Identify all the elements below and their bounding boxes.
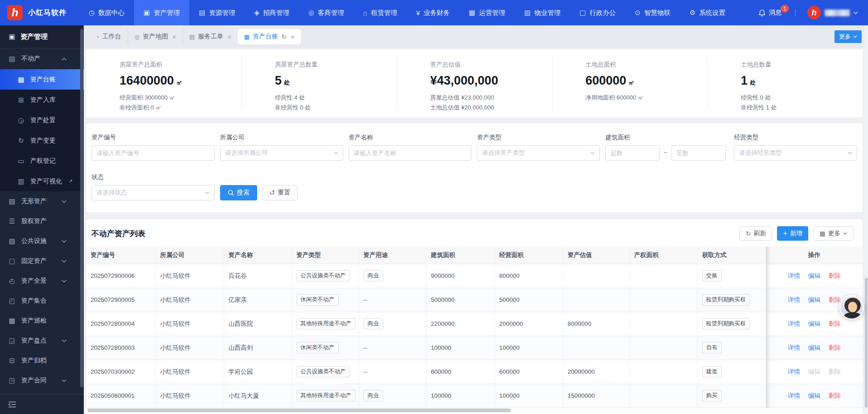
delete-link[interactable]: 删除 — [829, 272, 841, 279]
delete-link[interactable]: 删除 — [829, 344, 841, 351]
stat-label: 土地总面积 — [585, 61, 707, 69]
edit-link[interactable]: 编辑 — [808, 392, 820, 399]
stat-subline: 经营面积 3000000 ㎡ — [120, 93, 241, 103]
tab-close-icon[interactable]: × — [172, 33, 176, 41]
cell-actions: 详情编辑删除 — [766, 384, 863, 408]
stat-sublines: 经营性 0 处 非经营性 1 处 — [741, 93, 863, 113]
top-nav-item[interactable]: ◷ 数据中心 — [79, 0, 134, 25]
top-nav-item[interactable]: ◈ 招商管理 — [245, 0, 299, 25]
asset-type-select[interactable]: 请选择资产类型 — [477, 145, 600, 161]
top-nav-item[interactable]: ▤ 资源管理 — [189, 0, 245, 25]
top-nav-item[interactable]: ⌂ 租赁管理 — [354, 0, 407, 25]
page-tab[interactable]: ▦ 资产台账 ↻ × — [238, 29, 301, 44]
top-nav-item[interactable]: ▣ 资产管理 — [134, 0, 189, 25]
cell-asset-name: 百花谷 — [224, 264, 292, 288]
tab-refresh-icon[interactable]: ↻ — [281, 33, 287, 40]
sidebar-item[interactable]: ☰ 股权资产 — [0, 211, 84, 231]
sidebar-item[interactable]: ▩ 资产巡检 — [0, 311, 84, 331]
col-asset-code: 资产编号 — [86, 247, 155, 264]
cell-acquire: 自有 — [697, 336, 766, 360]
user-menu[interactable]: h — [807, 6, 858, 19]
page-scrollbar-track[interactable] — [864, 25, 868, 414]
tabs-more-button[interactable]: 更多 — [834, 30, 862, 43]
table-row: 2025072800003 小红马软件 山西高剑 休闲类不动产 -- 10000… — [86, 336, 863, 360]
edit-link[interactable]: 编辑 — [808, 320, 820, 327]
sidebar-item[interactable]: ▧ 无形资产 — [0, 191, 84, 211]
edit-link[interactable]: 编辑 — [808, 296, 820, 303]
delete-link[interactable]: 删除 — [829, 368, 841, 375]
usage-empty-text: -- — [364, 296, 368, 303]
detail-link[interactable]: 详情 — [788, 272, 800, 279]
edit-link[interactable]: 编辑 — [808, 272, 820, 279]
chevron-down-icon — [62, 260, 67, 263]
stat-sublines: 经营面积 3000000 ㎡ 非经营面积 0 ㎡ — [120, 93, 241, 113]
build-area-to-input[interactable] — [671, 145, 726, 161]
delete-link[interactable]: 删除 — [829, 392, 841, 399]
tab-close-icon[interactable]: × — [227, 33, 231, 41]
table-more-button[interactable]: ▦ 更多 — [813, 226, 854, 241]
detail-link[interactable]: 详情 — [788, 296, 800, 303]
messages-button[interactable]: 消息 1 — [758, 9, 782, 17]
data-center-icon: ◷ — [89, 9, 95, 17]
asset-code-input[interactable] — [91, 145, 215, 161]
top-nav-item[interactable]: ▦ 运营管理 — [460, 0, 515, 25]
page-tab[interactable]: ▤ 服务工单 × — [182, 29, 238, 44]
brand[interactable]: h 小红马软件 — [0, 0, 79, 25]
edit-link[interactable]: 编辑 — [808, 344, 820, 351]
company-select[interactable]: 请选择所属公司 — [220, 145, 343, 161]
collapse-sidebar-icon[interactable] — [8, 401, 16, 408]
sidebar-item[interactable]: ◳ 资产合同 — [0, 371, 84, 390]
build-area-from-input[interactable] — [605, 145, 660, 161]
sidebar-submenu-item[interactable]: ▭ 产权登记 — [0, 151, 84, 171]
sidebar-item[interactable]: ◲ 资产盘点 — [0, 331, 84, 351]
top-nav-item[interactable]: ⚙ 系统设置 — [680, 0, 735, 25]
sidebar-submenu-item[interactable]: ◶ 资产处置 — [0, 110, 84, 130]
reset-button[interactable]: ↺ 重置 — [263, 185, 297, 200]
detail-link[interactable]: 详情 — [788, 344, 800, 351]
sidebar-group-real-estate[interactable]: ▤ 不动产 — [0, 48, 84, 69]
sidebar-item[interactable]: ▨ 公共设施 — [0, 231, 84, 251]
sidebar-submenu-item[interactable]: ▦ 资产台账 — [0, 69, 84, 90]
page-scrollbar-thumb[interactable] — [865, 278, 868, 408]
top-nav-label: 资源管理 — [209, 9, 235, 17]
refresh-button[interactable]: ↻ 刷新 — [739, 226, 772, 241]
detail-link[interactable]: 详情 — [788, 368, 800, 375]
tab-close-icon[interactable]: × — [291, 33, 295, 41]
top-nav-item[interactable]: ▥ 物业管理 — [515, 0, 570, 25]
top-nav-item[interactable]: ◎ 客商管理 — [299, 0, 354, 25]
horizontal-scrollbar-thumb[interactable] — [87, 409, 511, 412]
field-label: 资产名称 — [349, 133, 472, 142]
detail-link[interactable]: 详情 — [788, 392, 800, 399]
top-nav-item[interactable]: ⊙ 智慧物联 — [625, 0, 680, 25]
sidebar-item[interactable]: ◰ 资产集合 — [0, 291, 84, 311]
sidebar-item[interactable]: ◴ 资产全景 — [0, 271, 84, 291]
field-oper-type: 经营类型 请选择经营类型 — [734, 133, 857, 161]
top-nav-item[interactable]: ¥ 业务财务 — [407, 0, 459, 25]
horizontal-scrollbar[interactable] — [86, 408, 863, 413]
status-select[interactable]: 请选择状态 — [91, 185, 215, 200]
top-nav-label: 招商管理 — [263, 9, 289, 17]
search-button[interactable]: 搜索 — [220, 185, 257, 200]
sidebar-group-label: 不动产 — [21, 55, 40, 63]
sidebar-submenu-item[interactable]: ▥ 资产可视化 ↗ — [0, 171, 84, 191]
cell-acquire: 租赁到期购买权 — [697, 288, 766, 312]
assistant-avatar-widget[interactable] — [839, 295, 864, 319]
sidebar-item[interactable]: ⊟ 资产归档 — [0, 351, 84, 371]
table-title: 不动产资产列表 — [91, 228, 145, 239]
cell-usage: 商业 — [359, 312, 426, 336]
page-tab[interactable]: ◔ 工作台 — [89, 29, 128, 44]
add-button[interactable]: + 新增 — [777, 226, 808, 241]
delete-link[interactable]: 删除 — [829, 320, 841, 327]
top-nav-item[interactable]: ▢ 行政办公 — [570, 0, 625, 25]
page-tab[interactable]: ◎ 资产地图 × — [128, 29, 182, 44]
sidebar-item[interactable]: ▢ 固定资产 — [0, 251, 84, 271]
sidebar-submenu-item[interactable]: ↻ 资产变更 — [0, 130, 84, 151]
sidebar-scrollbar[interactable] — [80, 29, 83, 387]
cell-usage: 商业 — [359, 384, 426, 408]
oper-type-select[interactable]: 请选择经营类型 — [734, 145, 857, 161]
sidebar-submenu-item[interactable]: ⊞ 资产入库 — [0, 90, 84, 110]
edit-link[interactable]: 编辑 — [808, 368, 820, 375]
detail-link[interactable]: 详情 — [788, 320, 800, 327]
delete-link[interactable]: 删除 — [829, 296, 841, 303]
asset-name-input[interactable] — [349, 145, 472, 161]
